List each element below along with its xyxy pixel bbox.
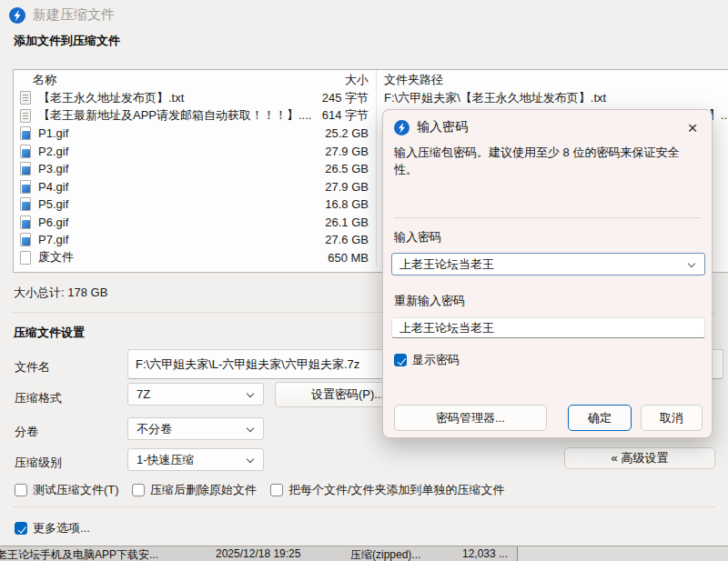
file-name: P7.gif: [38, 233, 325, 246]
cancel-button[interactable]: 取消: [641, 405, 703, 431]
total-size-label: 大小总计: 178 GB: [14, 285, 107, 301]
strip-right-segment: [518, 546, 728, 561]
advanced-settings-button[interactable]: « 高级设置: [564, 447, 715, 469]
column-header-size[interactable]: 大小: [345, 72, 376, 88]
filename-label: 文件名: [15, 359, 50, 376]
volume-label: 分卷: [15, 424, 38, 440]
volume-select[interactable]: 不分卷: [127, 417, 264, 440]
ok-button[interactable]: 确定: [568, 405, 632, 431]
window-title: 新建压缩文件: [33, 6, 115, 24]
dialog-title: 输入密码: [417, 119, 468, 135]
reenter-password-label: 重新输入密码: [394, 293, 465, 309]
file-size: 245 字节: [322, 90, 376, 106]
image-file-icon: [20, 197, 31, 211]
image-file-icon: [20, 215, 31, 229]
explorer-date-modified: 2025/12/18 19:25: [216, 547, 300, 560]
file-name: 废文件: [38, 249, 328, 265]
format-label: 压缩格式: [15, 390, 62, 406]
text-file-icon: [20, 91, 31, 105]
chevron-down-icon: [247, 390, 254, 397]
explorer-file-name: 老王论坛手机及电脑APP下载安...: [0, 547, 158, 561]
file-size: 27.6 GB: [325, 233, 376, 246]
delete-after-checkbox[interactable]: 压缩后删除原始文件: [132, 482, 257, 498]
archive-settings-section-label: 压缩文件设置: [14, 325, 85, 341]
image-file-icon: [20, 162, 31, 175]
file-name: P2.gif: [38, 145, 325, 158]
table-row[interactable]: 【老王永久地址发布页】.txt245 字节F:\六甲姐夫家\【老王永久地址发布页…: [14, 89, 728, 107]
image-file-icon: [20, 126, 31, 140]
enter-password-dialog: 输入密码 × 输入压缩包密码。建议使用至少 8 位的密码来保证安全性。 输入密码…: [382, 109, 713, 438]
file-name: P5.gif: [38, 197, 325, 211]
file-name: P3.gif: [38, 162, 325, 175]
password-combobox[interactable]: [391, 253, 705, 275]
image-file-icon: [20, 233, 31, 246]
password-input[interactable]: [392, 254, 704, 275]
column-header-path[interactable]: 文件夹路径: [376, 70, 728, 89]
checkbox-checked-icon: [15, 522, 27, 535]
explorer-type: 压缩(zipped)...: [350, 547, 420, 561]
chevron-down-icon: [247, 425, 254, 432]
file-name: 【老王永久地址发布页】.txt: [38, 90, 322, 106]
reenter-password-input[interactable]: [391, 317, 705, 338]
level-label: 压缩级别: [15, 455, 62, 471]
file-name: P4.gif: [38, 180, 325, 194]
file-size: 614 字节: [322, 107, 376, 124]
column-header-name[interactable]: 名称: [33, 72, 345, 88]
divider: [517, 546, 518, 561]
show-password-checkbox[interactable]: 显示密码: [394, 352, 460, 368]
bandizip-logo-icon: [9, 7, 25, 24]
checkbox-icon: [15, 484, 27, 496]
chevron-down-icon: [247, 456, 254, 463]
checkbox-icon: [270, 484, 283, 496]
background-explorer-row[interactable]: 老王论坛手机及电脑APP下载安... 2025/12/18 19:25 压缩(z…: [0, 546, 728, 561]
image-file-icon: [20, 180, 31, 194]
text-file-icon: [20, 109, 31, 123]
divider: [394, 217, 701, 218]
password-label: 输入密码: [394, 229, 441, 245]
test-archive-checkbox[interactable]: 测试压缩文件(T): [15, 482, 119, 498]
file-size: 25.2 GB: [325, 126, 376, 140]
divider: [13, 506, 715, 507]
close-icon[interactable]: ×: [682, 117, 703, 137]
explorer-size: 12,033 ...: [462, 547, 508, 560]
format-select[interactable]: 7Z: [127, 383, 264, 406]
table-header: 名称 大小 文件夹路径: [14, 70, 728, 89]
file-name: 【老王最新地址及APP请发邮箱自动获取！！！】....: [38, 107, 322, 124]
more-options-checkbox[interactable]: 更多选项...: [15, 520, 90, 536]
add-files-section-label: 添加文件到压缩文件: [14, 33, 120, 49]
checkbox-icon: [132, 484, 145, 496]
window-titlebar: 新建压缩文件: [9, 6, 115, 24]
password-manager-button[interactable]: 密码管理器...: [394, 405, 547, 431]
bandizip-logo-icon: [394, 120, 410, 135]
file-name: P1.gif: [38, 126, 325, 140]
file-size: 27.9 GB: [325, 145, 376, 158]
file-size: 26.1 GB: [325, 215, 376, 229]
separate-archives-checkbox[interactable]: 把每个文件/文件夹添加到单独的压缩文件: [270, 482, 505, 498]
file-path: F:\六甲姐夫家\【老王永久地址发布页】.txt: [376, 89, 728, 107]
blank-file-icon: [20, 251, 31, 265]
file-size: 26.5 GB: [325, 162, 376, 175]
file-name: P6.gif: [38, 215, 325, 229]
file-size: 27.9 GB: [325, 180, 376, 194]
file-size: 16.8 GB: [325, 197, 376, 211]
image-file-icon: [20, 145, 31, 158]
dialog-description: 输入压缩包密码。建议使用至少 8 位的密码来保证安全性。: [394, 145, 699, 179]
level-select[interactable]: 1-快速压缩: [127, 448, 264, 471]
dialog-header: 输入密码 ×: [394, 117, 703, 137]
file-size: 650 MB: [328, 251, 376, 265]
checkbox-checked-icon: [394, 354, 407, 366]
